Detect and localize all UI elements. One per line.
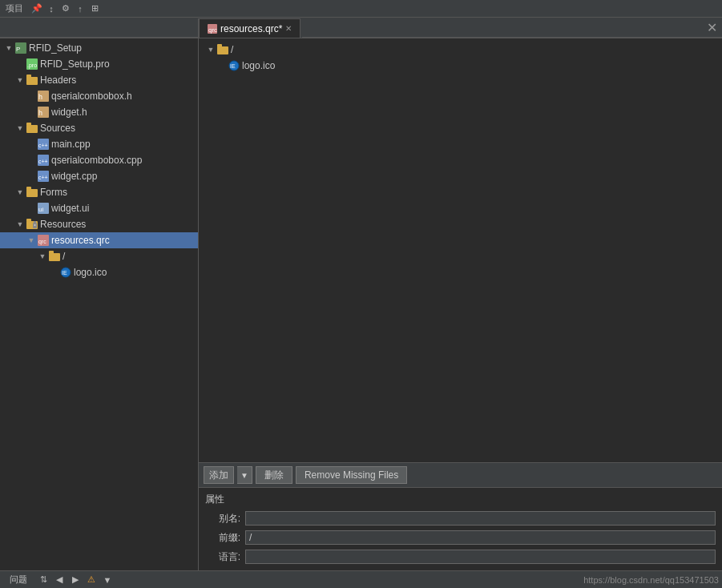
close-editor-btn[interactable]: ✕ bbox=[707, 20, 717, 35]
svg-text:c++: c++ bbox=[38, 143, 48, 148]
tab-close-btn[interactable]: ✕ bbox=[285, 24, 292, 33]
icon-headers bbox=[26, 74, 38, 87]
res-label-logo-ico: logo.ico bbox=[242, 60, 275, 71]
svg-text:P: P bbox=[16, 46, 20, 53]
label-sources: Sources bbox=[40, 123, 75, 134]
tree-node-widget-h[interactable]: h widget.h bbox=[0, 104, 198, 120]
tree-node-rfid-pro[interactable]: .pro RFID_Setup.pro bbox=[0, 56, 198, 72]
remove-missing-button[interactable]: Remove Missing Files bbox=[296, 466, 407, 484]
label-headers: Headers bbox=[40, 75, 76, 86]
svg-text:qrc: qrc bbox=[38, 239, 46, 245]
tree-node-sources[interactable]: ▼ Sources bbox=[0, 120, 198, 136]
tree-node-qserial-cpp[interactable]: c++ qserialcombobox.cpp bbox=[0, 152, 198, 168]
arrow-qserial-h bbox=[26, 91, 37, 102]
arrow-headers: ▼ bbox=[14, 75, 26, 86]
language-input[interactable] bbox=[245, 550, 716, 564]
svg-rect-37 bbox=[217, 44, 222, 47]
svg-rect-26 bbox=[26, 219, 31, 222]
prefix-label: 前缀: bbox=[205, 531, 245, 545]
toolbar-expand-btn[interactable]: ⊞ bbox=[88, 2, 101, 15]
icon-sources bbox=[26, 122, 38, 135]
svg-text:.pro: .pro bbox=[27, 62, 37, 69]
svg-rect-14 bbox=[26, 123, 31, 126]
svg-rect-13 bbox=[26, 125, 38, 133]
problems-tab[interactable]: 问题 bbox=[3, 572, 34, 587]
tree-node-widget-cpp[interactable]: c++ widget.cpp bbox=[0, 168, 198, 184]
project-tree[interactable]: ▼ P RFID_Setup .pro RFID_Setup.pro ▼ bbox=[0, 38, 198, 570]
icon-logo-ico: IE bbox=[59, 266, 72, 279]
arrow-widget-h bbox=[26, 107, 37, 118]
icon-widget-cpp: c++ bbox=[37, 170, 50, 183]
label-widget-h: widget.h bbox=[51, 107, 87, 118]
alias-label: 别名: bbox=[205, 512, 245, 526]
res-node-logo-ico[interactable]: IE logo.ico bbox=[202, 58, 719, 74]
label-resources-group: Resources bbox=[40, 219, 86, 230]
add-button[interactable]: 添加 bbox=[204, 466, 234, 484]
qrc-tab-icon: qrc bbox=[208, 24, 217, 34]
tree-node-main-cpp[interactable]: c++ main.cpp bbox=[0, 136, 198, 152]
icon-main-cpp: c++ bbox=[37, 138, 50, 151]
svg-text:h: h bbox=[38, 109, 42, 117]
alias-input[interactable] bbox=[245, 511, 716, 526]
svg-rect-28 bbox=[34, 221, 36, 224]
tree-node-widget-ui[interactable]: ui widget.ui bbox=[0, 200, 198, 216]
arrow-main-cpp bbox=[26, 139, 37, 150]
arrow-sources: ▼ bbox=[14, 123, 26, 134]
tree-node-logo-ico[interactable]: IE logo.ico bbox=[0, 264, 198, 280]
properties-area: 属性 别名: 前缀: 语言: bbox=[199, 488, 722, 570]
icon-forms bbox=[26, 186, 38, 199]
add-dropdown-arrow[interactable]: ▼ bbox=[237, 466, 252, 484]
status-sync-icon[interactable]: ⇅ bbox=[37, 574, 50, 586]
res-arrow-logo-ico bbox=[216, 60, 228, 71]
toolbar-nav-btn[interactable]: ↑ bbox=[74, 2, 87, 15]
tree-node-rfid-setup[interactable]: ▼ P RFID_Setup bbox=[0, 40, 198, 56]
language-row: 语言: bbox=[205, 548, 716, 566]
status-nav-left-icon[interactable]: ◀ bbox=[53, 574, 66, 586]
svg-rect-22 bbox=[26, 187, 31, 190]
icon-qserial-cpp: c++ bbox=[37, 154, 50, 167]
res-icon-slash bbox=[216, 43, 229, 56]
res-icon-logo-ico: IE bbox=[228, 59, 240, 72]
arrow-slash-folder: ▼ bbox=[37, 251, 48, 262]
top-toolbar: 项目 📌 ↕ ⚙ ↑ ⊞ bbox=[0, 0, 722, 18]
prefix-input[interactable] bbox=[245, 530, 716, 545]
label-forms: Forms bbox=[40, 187, 67, 198]
remove-button[interactable]: 删除 bbox=[256, 466, 292, 484]
right-panel: ▼ / IE logo.ico bbox=[199, 38, 722, 570]
icon-resources-group bbox=[26, 218, 38, 231]
toolbar-sync-btn[interactable]: ↕ bbox=[45, 2, 58, 15]
res-node-slash[interactable]: ▼ / bbox=[202, 42, 719, 58]
svg-rect-36 bbox=[217, 46, 228, 54]
status-filter-icon[interactable]: ▼ bbox=[101, 574, 114, 586]
svg-text:c++: c++ bbox=[38, 175, 48, 180]
main-layout: ▼ P RFID_Setup .pro RFID_Setup.pro ▼ bbox=[0, 38, 722, 570]
tab-label: resources.qrc* bbox=[220, 23, 282, 34]
svg-text:c++: c++ bbox=[38, 159, 48, 164]
svg-text:ui: ui bbox=[38, 206, 43, 213]
tab-resources-qrc[interactable]: qrc resources.qrc* ✕ bbox=[199, 18, 300, 38]
svg-rect-33 bbox=[49, 251, 54, 254]
resource-editor-area[interactable]: ▼ / IE logo.ico bbox=[199, 38, 722, 462]
tree-node-headers[interactable]: ▼ Headers bbox=[0, 72, 198, 88]
prefix-row: 前缀: bbox=[205, 529, 716, 546]
tree-node-resources-group[interactable]: ▼ Resources bbox=[0, 216, 198, 232]
icon-rfid-setup: P bbox=[14, 42, 27, 54]
arrow-forms: ▼ bbox=[14, 187, 26, 198]
status-nav-right-icon[interactable]: ▶ bbox=[69, 574, 82, 586]
toolbar-pin-btn[interactable]: 📌 bbox=[30, 2, 43, 15]
status-warning-icon[interactable]: ⚠ bbox=[85, 574, 98, 586]
icon-widget-h: h bbox=[37, 106, 50, 119]
tree-node-qserial-h[interactable]: h qserialcombobox.h bbox=[0, 88, 198, 104]
res-arrow-slash: ▼ bbox=[205, 44, 216, 55]
alias-row: 别名: bbox=[205, 509, 716, 527]
top-toolbar-title: 项目 bbox=[3, 2, 26, 14]
tree-node-resources-qrc[interactable]: ▼ qrc resources.qrc bbox=[0, 232, 198, 248]
tree-node-slash-folder[interactable]: ▼ / bbox=[0, 248, 198, 264]
label-logo-ico: logo.ico bbox=[74, 267, 107, 278]
tree-node-forms[interactable]: ▼ Forms bbox=[0, 184, 198, 200]
svg-point-29 bbox=[34, 224, 36, 226]
toolbar-filter-btn[interactable]: ⚙ bbox=[59, 2, 72, 15]
button-row: 添加 ▼ 删除 Remove Missing Files bbox=[199, 463, 722, 488]
status-bar: 问题 ⇅ ◀ ▶ ⚠ ▼ https://blog.csdn.net/qq153… bbox=[0, 570, 722, 588]
icon-slash-folder bbox=[48, 250, 61, 263]
